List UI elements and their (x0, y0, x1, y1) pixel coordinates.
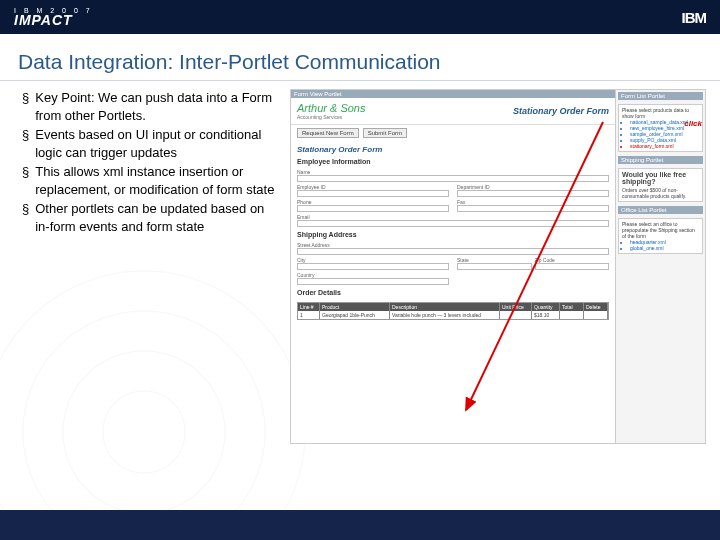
input-name[interactable] (297, 175, 609, 182)
slide-title: Data Integration: Inter-Portlet Communic… (0, 34, 720, 81)
section-emp: Employee Information (291, 156, 615, 167)
table-row: 1 Georgiapad 1ble-Punch Variable hole pu… (298, 311, 608, 319)
input-phone[interactable] (297, 205, 449, 212)
bullet-item: Key Point: We can push data into a Form … (22, 89, 282, 124)
ibm-logo: IBM (682, 9, 707, 26)
form-title-top: Stationary Order Form (513, 106, 609, 116)
input-country[interactable] (297, 278, 449, 285)
side-panel2-header: Shipping Portlet (618, 156, 703, 164)
side-panel3: Please select an office to prepopulate t… (618, 218, 703, 254)
bullet-item: Events based on UI input or conditional … (22, 126, 282, 161)
side-panel1: Please select products data to show form… (618, 104, 703, 152)
input-deptid[interactable] (457, 190, 609, 197)
th-line: Line # (298, 303, 320, 311)
input-zip[interactable] (535, 263, 610, 270)
input-empid[interactable] (297, 190, 449, 197)
screenshot-mock: Form View Portlet Arthur & Sons Accounti… (290, 89, 706, 444)
brand-name: IMPACT (14, 12, 73, 28)
side-panel1-header: Form List Portlet (618, 92, 703, 100)
th-del: Delete (584, 303, 608, 311)
main-portlet: Form View Portlet Arthur & Sons Accounti… (291, 90, 615, 443)
th-desc: Description (390, 303, 500, 311)
company-logo: Arthur & Sons Accounting Services (297, 102, 365, 120)
side-panel2: Would you like free shipping? Orders ove… (618, 168, 703, 202)
th-product: Product (320, 303, 390, 311)
submit-button[interactable]: Submit Form (363, 128, 407, 138)
footer-bar (0, 510, 720, 540)
th-price: Unit Price (500, 303, 532, 311)
section-ship: Shipping Address (291, 229, 615, 240)
bullet-list: Key Point: We can push data into a Form … (22, 89, 282, 444)
th-total: Total (560, 303, 584, 311)
list-item[interactable]: stationary_form.xml (630, 143, 699, 149)
input-email[interactable] (297, 220, 609, 227)
bullet-item: Other portlets can be updated based on i… (22, 200, 282, 235)
header-bar: I B M 2 0 0 7 IMPACT IBM (0, 0, 720, 34)
input-state[interactable] (457, 263, 532, 270)
section-order: Order Details (291, 287, 615, 298)
main-panel-header: Form View Portlet (291, 90, 615, 98)
click-annotation: click (684, 119, 702, 128)
input-city[interactable] (297, 263, 449, 270)
impact-logo: I B M 2 0 0 7 IMPACT (14, 7, 93, 28)
bullet-item: This allows xml instance insertion or re… (22, 163, 282, 198)
th-qty: Quantity (532, 303, 560, 311)
side-portlets: Form List Portlet Please select products… (615, 90, 705, 443)
input-fax[interactable] (457, 205, 609, 212)
request-button[interactable]: Request New Form (297, 128, 359, 138)
input-street[interactable] (297, 248, 609, 255)
list-item[interactable]: global_one.xml (630, 245, 699, 251)
side-panel3-header: Office List Portlet (618, 206, 703, 214)
order-table: Line # Product Description Unit Price Qu… (297, 302, 609, 320)
content-row: Key Point: We can push data into a Form … (0, 81, 720, 444)
section-form-title: Stationary Order Form (291, 141, 615, 156)
